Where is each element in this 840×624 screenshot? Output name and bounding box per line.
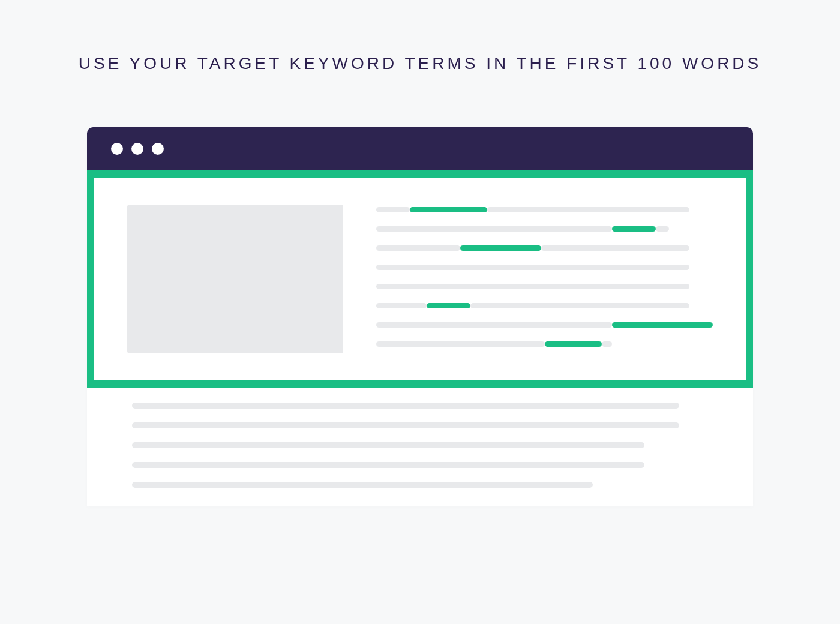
keyword-span bbox=[427, 303, 470, 308]
keyword-span bbox=[410, 207, 487, 212]
image-placeholder bbox=[127, 205, 343, 353]
text-line bbox=[376, 322, 713, 328]
text-line bbox=[376, 341, 713, 347]
text-span bbox=[376, 341, 545, 347]
window-dot-icon bbox=[152, 143, 164, 155]
window-dot-icon bbox=[131, 143, 143, 155]
text-span bbox=[470, 303, 689, 308]
text-span bbox=[376, 284, 689, 289]
text-span bbox=[376, 226, 612, 232]
text-line bbox=[376, 284, 713, 289]
browser-mockup bbox=[87, 127, 753, 506]
text-line bbox=[376, 265, 713, 270]
text-line bbox=[132, 403, 679, 409]
text-span bbox=[541, 245, 689, 251]
text-span bbox=[376, 207, 410, 212]
text-span bbox=[376, 265, 689, 270]
browser-title-bar bbox=[87, 127, 753, 170]
text-span bbox=[376, 245, 460, 251]
text-line bbox=[132, 462, 644, 468]
text-span bbox=[487, 207, 689, 212]
text-line bbox=[132, 442, 644, 448]
text-line bbox=[132, 482, 593, 488]
text-line bbox=[132, 422, 679, 428]
text-span bbox=[656, 226, 669, 232]
text-line bbox=[376, 303, 713, 308]
window-dot-icon bbox=[111, 143, 123, 155]
text-line bbox=[376, 226, 713, 232]
text-span bbox=[376, 303, 427, 308]
text-span bbox=[376, 322, 612, 328]
keyword-span bbox=[612, 226, 656, 232]
text-line bbox=[376, 207, 713, 212]
body-text-lines bbox=[87, 388, 753, 506]
text-line bbox=[376, 245, 713, 251]
keyword-span bbox=[612, 322, 713, 328]
first-100-words-highlight bbox=[87, 170, 753, 388]
text-span bbox=[602, 341, 612, 347]
page-heading: Use your target keyword terms in the fir… bbox=[79, 54, 762, 73]
intro-text-lines bbox=[376, 205, 713, 353]
keyword-span bbox=[545, 341, 602, 347]
keyword-span bbox=[460, 245, 541, 251]
